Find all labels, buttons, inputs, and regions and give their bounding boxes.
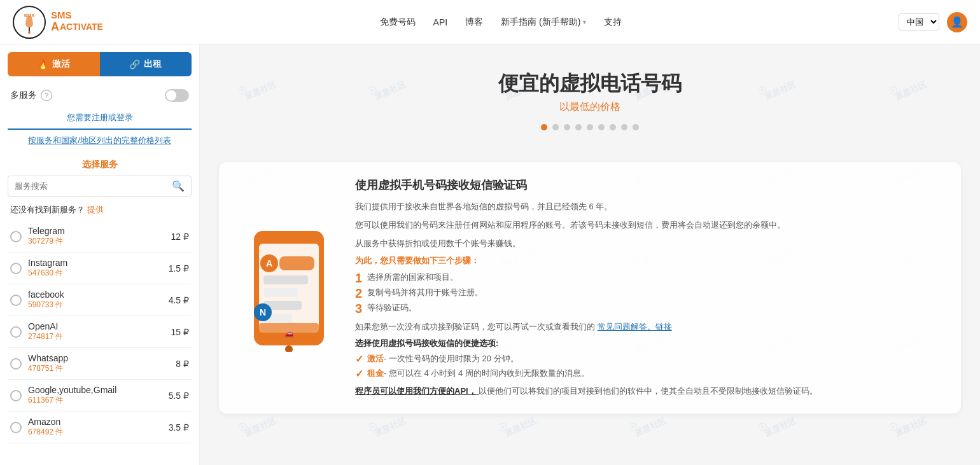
carousel-dot[interactable] xyxy=(633,124,639,130)
service-search-input[interactable] xyxy=(15,181,172,191)
api-notice: 程序员可以使用我们方便的API， 以便他们可以将我们的项目对接到他们的软件中，使… xyxy=(355,385,942,398)
activate-button[interactable]: 🔥 激活 xyxy=(8,52,100,76)
svg-point-2 xyxy=(28,31,31,34)
service-price: 5.5 ₽ xyxy=(169,391,189,401)
suggest-link[interactable]: 提供 xyxy=(87,205,104,214)
service-price: 12 ₽ xyxy=(171,232,189,242)
step-text: 等待验证码。 xyxy=(367,302,417,314)
carousel-dot[interactable] xyxy=(610,124,616,130)
service-price: 1.5 ₽ xyxy=(169,263,189,274)
language-select[interactable]: 中国 xyxy=(899,13,939,31)
service-count: 274817 件 xyxy=(28,331,171,342)
svg-rect-65 xyxy=(279,256,314,270)
service-radio xyxy=(10,390,22,401)
carousel-dot[interactable] xyxy=(552,124,559,130)
carousel-dot[interactable] xyxy=(541,124,547,130)
service-list-item[interactable]: facebook 590733 件 4.5 ₽ xyxy=(8,284,192,316)
sidebar: 🔥 激活 🔗 出租 多服务 ? 您需要注册或登录 按服务和国家/地区列出的完整价… xyxy=(0,45,200,465)
api-link[interactable]: 程序员可以使用我们方便的API， xyxy=(355,386,479,396)
steps-list: 1 选择所需的国家和项目。 2 复制号码并将其用于账号注册。 3 等待验证码。 xyxy=(355,272,942,315)
hero-title: 便宜的虚拟电话号码 xyxy=(213,70,967,98)
login-link[interactable]: 您需要注册或登录 xyxy=(67,113,133,122)
step-text: 选择所需的国家和项目。 xyxy=(367,272,458,283)
logo[interactable]: SMS SMS AACTIVATE xyxy=(13,6,103,39)
hero-carousel-dots xyxy=(213,124,967,130)
step-item: 1 选择所需的国家和项目。 xyxy=(355,272,942,284)
faq-link[interactable]: 常见问题解答。链接 xyxy=(598,322,672,331)
nav-free[interactable]: 免费号码 xyxy=(380,17,416,28)
service-list-item[interactable]: Instagram 547630 件 1.5 ₽ xyxy=(8,253,192,284)
user-avatar-button[interactable]: 👤 xyxy=(947,12,967,32)
svg-text:派星社区: 派星社区 xyxy=(633,415,667,438)
step-item: 3 等待验证码。 xyxy=(355,302,942,315)
option-text: 租金- 您可以在 4 小时到 4 周的时间内收到无限数量的消息。 xyxy=(367,368,589,379)
nav-blog[interactable]: 博客 xyxy=(465,17,483,28)
info-card: A N 🚗 使用虚拟手机号码接收短信验证码 我们提供用于接收来自世界各地短信的虚… xyxy=(219,162,961,413)
main-content: 派星社区派星社区派星社区派星社区派星社区派星社区派星社区派星社区派星社区派星社区… xyxy=(200,45,980,465)
rent-icon: 🔗 xyxy=(129,59,140,69)
service-radio xyxy=(10,326,22,338)
select-service-title: 选择服务 xyxy=(0,156,199,176)
service-list-item[interactable]: OpenAI 274817 件 15 ₽ xyxy=(8,316,192,348)
svg-point-56 xyxy=(498,422,508,432)
options-list: ✓ 激活- 一次性号码的使用时限为 20 分钟。 ✓ 租金- 您可以在 4 小时… xyxy=(355,353,942,380)
service-name: Google,youtube,Gmail xyxy=(28,385,169,395)
carousel-dot[interactable] xyxy=(575,124,582,130)
rent-button[interactable]: 🔗 出租 xyxy=(100,52,192,76)
faq-text: 如果您第一次没有成功接到验证码，您可以再试一次或查看我们的 常见问题解答。链接 xyxy=(355,321,942,333)
svg-text:派星社区: 派星社区 xyxy=(893,415,927,438)
service-info: Amazon 678492 件 xyxy=(28,417,169,438)
service-list: Telegram 307279 件 12 ₽ Instagram 547630 … xyxy=(0,221,199,443)
option-label-link[interactable]: 激活 xyxy=(367,354,384,363)
option-label-link[interactable]: 租金 xyxy=(367,368,384,378)
checkmark-icon: ✓ xyxy=(355,353,363,365)
service-list-item[interactable]: Amazon 678492 件 3.5 ₽ xyxy=(8,412,192,443)
service-price: 15 ₽ xyxy=(171,327,189,337)
step-text: 复制号码并将其用于账号注册。 xyxy=(367,287,483,298)
service-count: 678492 件 xyxy=(28,427,169,438)
service-radio xyxy=(10,263,22,274)
svg-rect-66 xyxy=(263,275,308,284)
multi-service-toggle[interactable] xyxy=(165,89,189,102)
info-paragraph-2: 您可以使用我们的号码来注册任何网站和应用程序的账号。若该号码未接收到短信，费用将… xyxy=(355,219,942,232)
service-list-item[interactable]: Telegram 307279 件 12 ₽ xyxy=(8,221,192,253)
carousel-dot[interactable] xyxy=(564,124,570,130)
carousel-dot[interactable] xyxy=(587,124,593,130)
chevron-down-icon: ▾ xyxy=(583,18,586,25)
service-count: 611367 件 xyxy=(28,395,169,406)
nav-guide[interactable]: 新手指南 (新手帮助) ▾ xyxy=(501,17,586,28)
carousel-dot[interactable] xyxy=(621,124,627,130)
service-name: Instagram xyxy=(28,258,169,268)
carousel-dot[interactable] xyxy=(598,124,605,130)
activate-icon: 🔥 xyxy=(38,59,48,69)
header: SMS SMS AACTIVATE 免费号码 API 博客 新手指南 (新手帮助… xyxy=(0,0,980,45)
logo-icon: SMS xyxy=(13,6,46,39)
service-name: Telegram xyxy=(28,226,171,236)
option-item: ✓ 租金- 您可以在 4 小时到 4 周的时间内收到无限数量的消息。 xyxy=(355,368,942,380)
service-list-item[interactable]: Google,youtube,Gmail 611367 件 5.5 ₽ xyxy=(8,380,192,412)
price-list-link[interactable]: 按服务和国家/地区列出的完整价格列表 xyxy=(28,135,171,145)
service-name: Whatsapp xyxy=(28,353,176,363)
service-count: 478751 件 xyxy=(28,363,176,374)
service-radio xyxy=(10,358,22,370)
suggest-new-service: 还没有找到新服务？ 提供 xyxy=(0,202,199,221)
nav-support[interactable]: 支持 xyxy=(604,17,622,28)
phone-illustration: A N 🚗 xyxy=(238,177,340,398)
steps-intro: 为此，您只需要做如下三个步骤： xyxy=(355,255,942,267)
svg-point-58 xyxy=(628,422,638,432)
service-price: 4.5 ₽ xyxy=(169,295,189,305)
hero-section: 便宜的虚拟电话号码 以最低的价格 xyxy=(200,45,980,162)
service-count: 307279 件 xyxy=(28,236,171,247)
svg-text:派星社区: 派星社区 xyxy=(764,415,797,438)
options-title: 选择使用虚拟号码接收短信的便捷选项: xyxy=(355,338,942,349)
svg-text:N: N xyxy=(260,307,266,317)
info-content: 使用虚拟手机号码接收短信验证码 我们提供用于接收来自世界各地短信的虚拟号码，并且… xyxy=(355,177,942,398)
login-notice: 您需要注册或登录 xyxy=(8,107,192,130)
svg-point-62 xyxy=(888,422,898,432)
nav-api[interactable]: API xyxy=(433,17,448,27)
step-number: 1 xyxy=(355,272,362,284)
multi-service-row: 多服务 ? xyxy=(0,84,199,107)
search-icon-button[interactable]: 🔍 xyxy=(172,180,185,192)
service-list-item[interactable]: Whatsapp 478751 件 8 ₽ xyxy=(8,348,192,380)
help-icon[interactable]: ? xyxy=(41,90,52,101)
